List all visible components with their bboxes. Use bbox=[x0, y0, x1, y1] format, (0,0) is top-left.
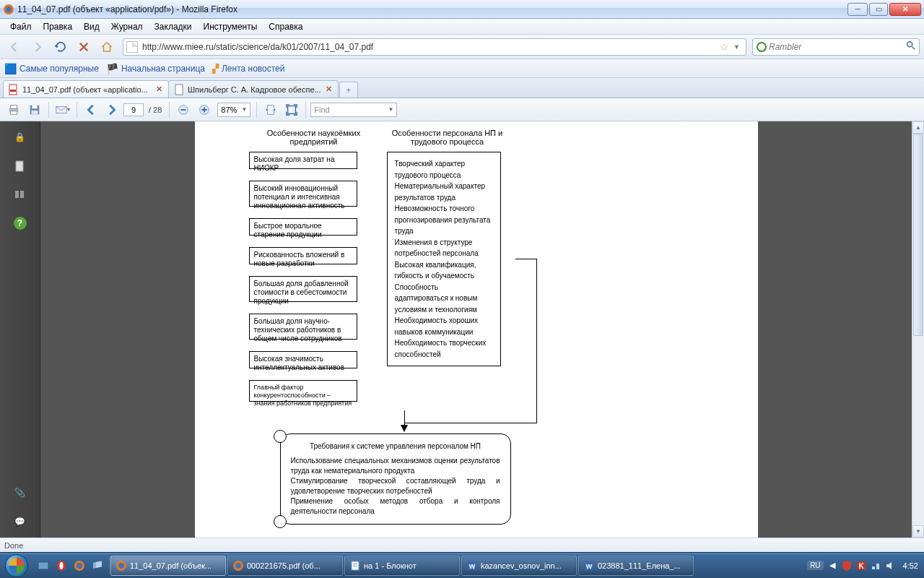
bookmark-popular[interactable]: 🟦Самые популярные bbox=[4, 63, 99, 74]
attachment-icon[interactable]: 📎 bbox=[13, 486, 27, 500]
back-button[interactable] bbox=[4, 37, 25, 57]
svg-rect-27 bbox=[96, 561, 102, 567]
word-icon: W bbox=[466, 560, 478, 571]
tray-network-icon[interactable] bbox=[870, 560, 881, 571]
save-button[interactable] bbox=[25, 100, 44, 119]
menu-tools[interactable]: Инструменты bbox=[198, 20, 263, 33]
tray-volume-icon[interactable] bbox=[884, 560, 896, 571]
vertical-scrollbar[interactable]: ▲ ▼ bbox=[912, 121, 924, 538]
search-input[interactable] bbox=[767, 41, 906, 53]
url-input[interactable] bbox=[141, 41, 718, 53]
svg-rect-8 bbox=[11, 105, 17, 108]
bookmark-news[interactable]: ▞Лента новостей bbox=[212, 64, 285, 74]
folder-icon: 🟦 bbox=[4, 63, 17, 74]
menu-file[interactable]: Файл bbox=[4, 20, 38, 33]
svg-rect-18 bbox=[16, 161, 23, 171]
tab-1[interactable]: 11_04_07.pdf (объект «applicatio... ✕ bbox=[3, 80, 169, 98]
menu-help[interactable]: Справка bbox=[263, 20, 308, 33]
menu-view[interactable]: Вид bbox=[78, 20, 105, 33]
task-notepad[interactable]: на 1 - Блокнот bbox=[344, 556, 460, 576]
next-page-button[interactable] bbox=[103, 100, 121, 119]
diagram-box-bottom: Требования к системе управления персонал… bbox=[280, 434, 511, 525]
svg-rect-17 bbox=[288, 105, 296, 113]
bookmark-label: Лента новостей bbox=[222, 64, 285, 74]
pdf-view[interactable]: Особенности наукоёмких предприятий Особе… bbox=[40, 121, 912, 538]
task-firefox-1[interactable]: 11_04_07.pdf (объек... bbox=[110, 556, 226, 576]
stop-button[interactable] bbox=[74, 37, 94, 57]
flip3d-icon[interactable] bbox=[89, 556, 106, 575]
task-label: на 1 - Блокнот bbox=[364, 561, 417, 570]
print-button[interactable] bbox=[4, 100, 23, 119]
start-button[interactable] bbox=[1, 553, 32, 578]
tab-close-icon[interactable]: ✕ bbox=[324, 85, 334, 94]
search-box[interactable] bbox=[752, 38, 920, 56]
fit-width-button[interactable] bbox=[261, 100, 280, 119]
bookmark-startpage[interactable]: 🏴Начальная страница bbox=[106, 63, 205, 74]
tab-label: Шпильберг С. А. Кадровое обеспе... bbox=[188, 85, 321, 94]
prev-page-button[interactable] bbox=[82, 100, 100, 119]
task-firefox-2[interactable]: 000221675.pdf (об... bbox=[227, 556, 343, 576]
tab-close-icon[interactable]: ✕ bbox=[154, 85, 164, 94]
task-label: kazancev_osnov_inn... bbox=[481, 561, 562, 570]
zoom-select[interactable]: 87%▼ bbox=[217, 103, 250, 117]
menu-edit[interactable]: Правка bbox=[38, 20, 79, 33]
search-icon[interactable] bbox=[906, 40, 916, 53]
language-indicator[interactable]: RU bbox=[807, 561, 823, 570]
zoom-in-button[interactable] bbox=[195, 100, 214, 119]
close-button[interactable]: ✕ bbox=[889, 3, 921, 16]
task-label: 023881_111_Елена_... bbox=[598, 561, 681, 570]
diagram-box-left-1: Высокая доля затрат на НИОКР bbox=[249, 152, 357, 169]
scroll-track[interactable] bbox=[912, 134, 924, 525]
diagram-header-right: Особенности персонала НП и трудового про… bbox=[383, 129, 513, 146]
tray-shield-icon[interactable] bbox=[841, 560, 853, 571]
mail-button[interactable]: ▼ bbox=[53, 100, 72, 119]
menu-history[interactable]: Журнал bbox=[105, 20, 149, 33]
maximize-button[interactable]: ▭ bbox=[869, 3, 888, 16]
pdf-page: Особенности наукоёмких предприятий Особе… bbox=[195, 121, 758, 538]
fit-page-button[interactable] bbox=[282, 100, 301, 119]
firefox-icon bbox=[116, 560, 127, 571]
arrow-down-icon bbox=[401, 425, 408, 432]
home-button[interactable] bbox=[97, 37, 117, 57]
layers-icon[interactable] bbox=[13, 188, 27, 202]
menu-bookmarks[interactable]: Закладки bbox=[149, 20, 198, 33]
tray-kaspersky-icon[interactable]: K bbox=[855, 560, 867, 571]
zoom-out-button[interactable] bbox=[174, 100, 193, 119]
scroll-up-button[interactable]: ▲ bbox=[912, 121, 924, 134]
svg-point-2 bbox=[757, 43, 766, 51]
diagram-box-left-2: Высокий инновационный потенциал и интенс… bbox=[249, 181, 357, 207]
scroll-thumb[interactable] bbox=[913, 134, 923, 336]
pages-icon[interactable] bbox=[13, 159, 27, 173]
opera-icon[interactable] bbox=[53, 556, 70, 575]
forward-button[interactable] bbox=[27, 37, 48, 57]
notepad-icon bbox=[349, 560, 361, 571]
page-input[interactable] bbox=[123, 103, 144, 116]
scroll-down-button[interactable]: ▼ bbox=[912, 525, 924, 538]
new-tab-button[interactable]: + bbox=[339, 82, 358, 98]
task-word-1[interactable]: W kazancev_osnov_inn... bbox=[461, 556, 577, 576]
word-icon: W bbox=[583, 560, 595, 571]
task-word-2[interactable]: W 023881_111_Елена_... bbox=[578, 556, 694, 576]
firefox-icon[interactable] bbox=[71, 556, 88, 575]
help-icon[interactable]: ? bbox=[14, 217, 27, 230]
comment-icon[interactable]: 💬 bbox=[13, 514, 27, 529]
minimize-button[interactable]: ─ bbox=[847, 3, 868, 16]
bookmark-label: Самые популярные bbox=[19, 64, 99, 74]
bookmark-star-icon[interactable]: ☆ bbox=[720, 41, 729, 53]
find-box[interactable]: Find▼ bbox=[310, 103, 397, 117]
diagram-box-left-6: Большая доля научно-технических работник… bbox=[249, 314, 357, 340]
chevron-down-icon: ▼ bbox=[241, 106, 247, 113]
navbar: ☆ ▼ bbox=[0, 35, 924, 59]
url-dropdown-icon[interactable]: ▼ bbox=[731, 43, 743, 51]
svg-rect-9 bbox=[11, 111, 17, 114]
reload-button[interactable] bbox=[51, 37, 71, 57]
show-desktop-icon[interactable] bbox=[35, 556, 52, 575]
svg-rect-16 bbox=[268, 105, 274, 114]
tray-chevron-icon[interactable]: ◀ bbox=[827, 560, 838, 571]
clock[interactable]: 4:52 bbox=[903, 561, 918, 570]
tab-2[interactable]: Шпильберг С. А. Кадровое обеспе... ✕ bbox=[168, 80, 339, 98]
svg-rect-6 bbox=[175, 85, 183, 95]
lock-icon[interactable]: 🔒 bbox=[13, 130, 27, 144]
url-box[interactable]: ☆ ▼ bbox=[123, 38, 746, 56]
task-label: 000221675.pdf (об... bbox=[247, 561, 321, 570]
